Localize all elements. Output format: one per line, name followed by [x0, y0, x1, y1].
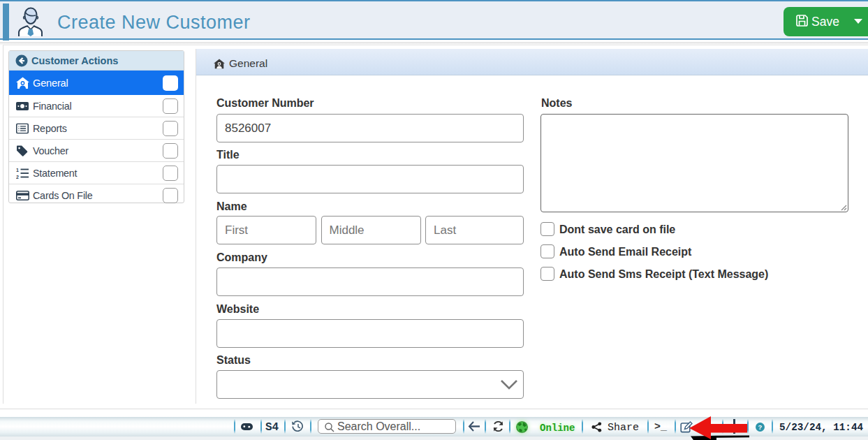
svg-text:1: 1 — [16, 168, 19, 173]
svg-text:?: ? — [758, 423, 763, 431]
svg-text:2: 2 — [16, 174, 19, 179]
